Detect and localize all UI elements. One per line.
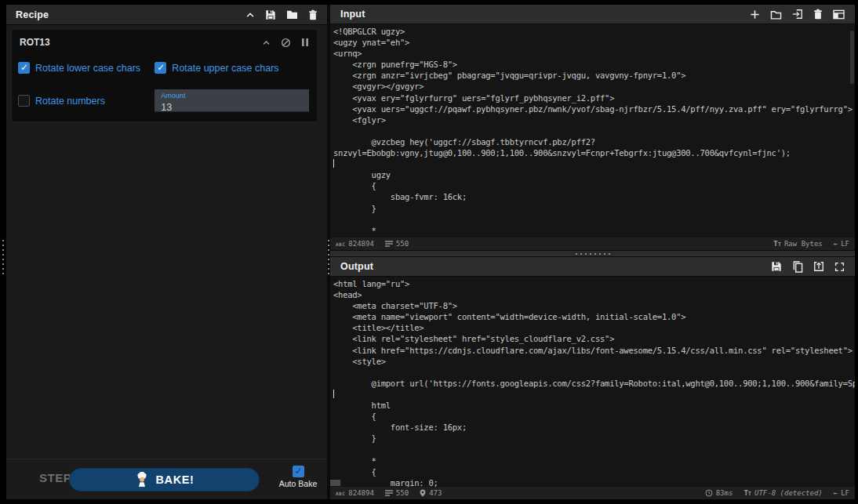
output-code-line: <link rel="stylesheet" href="styles_clou… — [333, 333, 855, 344]
input-encoding-selector[interactable]: TT Raw Bytes — [773, 240, 822, 248]
auto-bake-label: Auto Bake — [279, 479, 317, 488]
output-code-line: margin: 0; — [333, 477, 855, 487]
operations-splitter[interactable] — [2, 5, 5, 499]
add-input-tab-button[interactable] — [750, 9, 760, 20]
input-line-count: 550 — [385, 240, 409, 248]
output-horizontal-scrollbar[interactable] — [330, 480, 340, 486]
output-header: Output — [330, 257, 855, 277]
rotate-upper-checkbox[interactable] — [155, 62, 166, 74]
output-code-line: <html lang="ru"> — [333, 278, 855, 289]
folder-icon — [286, 9, 298, 20]
arrow-up-box-icon — [813, 261, 824, 272]
splitter-grip-icon — [328, 240, 329, 274]
io-splitter[interactable] — [330, 250, 855, 257]
input-code-line: <gvgyr></gvgyr> — [333, 81, 855, 92]
clear-recipe-button[interactable] — [308, 9, 318, 20]
collapse-recipe-button[interactable] — [245, 10, 255, 20]
auto-bake-checkbox[interactable] — [293, 466, 304, 477]
disable-operation-button[interactable] — [281, 38, 291, 48]
open-folder-button[interactable] — [770, 9, 782, 20]
input-code-line — [333, 158, 855, 169]
recipe-list: ROT13 — [6, 25, 327, 459]
reset-layout-button[interactable] — [833, 9, 845, 20]
circle-slash-icon — [281, 38, 291, 48]
output-code-line: { — [333, 411, 855, 422]
arg-rotate-upper[interactable]: Rotate upper case chars — [155, 62, 309, 74]
arg-rotate-lower[interactable]: Rotate lower case chars — [18, 62, 155, 74]
collapse-operation-button[interactable] — [262, 38, 271, 48]
output-code-line: } — [333, 433, 855, 444]
bake-button[interactable]: BAKE! — [69, 468, 260, 491]
auto-bake-control[interactable]: Auto Bake — [274, 466, 322, 488]
output-bake-time: 83ms — [705, 489, 733, 497]
arg-rotate-numbers[interactable]: Rotate numbers — [18, 95, 155, 107]
text-caret — [333, 390, 334, 398]
input-code-line: <yvax ery="fglyrfurrg" uers="fglyrf_pybh… — [333, 92, 855, 103]
recipe-title: Recipe — [16, 9, 245, 20]
output-editor[interactable]: <html lang="ru"><head> <meta charset="UT… — [330, 277, 855, 487]
splitter-grip-icon — [576, 253, 610, 255]
input-editor[interactable]: <!QBPGLCR ugzy><ugzy ynat="eh"><urnq> <z… — [330, 24, 855, 237]
copy-output-button[interactable] — [792, 261, 803, 273]
lines-icon — [385, 490, 393, 496]
output-code-line: <style> — [333, 356, 855, 367]
recipe-header: Recipe — [6, 5, 327, 25]
input-statusbar: ABC 824894 550 TT Raw Bytes ← LF — [330, 237, 855, 250]
output-code-line: html — [333, 400, 855, 411]
save-output-button[interactable] — [771, 261, 782, 272]
input-code-line: snzvyl=Ebobgb:vgny,jtug@0,100..900;1,100… — [333, 147, 855, 158]
input-code-line: <urnq> — [333, 48, 855, 59]
bake-label: BAKE! — [156, 473, 195, 486]
input-vertical-scrollbar[interactable] — [850, 31, 854, 84]
chevron-up-icon — [245, 10, 255, 20]
copy-icon — [792, 261, 803, 273]
recipe-controls: STEP BAKE! Auto Bake — [6, 459, 327, 499]
output-code-line: <link href="https://cdnjs.cloudflare.com… — [333, 345, 855, 356]
input-code-line: @vzcbeg hey('uggcf://sbagf.tbbtyrncvf.pb… — [333, 136, 855, 147]
maximise-output-button[interactable] — [834, 262, 845, 272]
output-encoding-selector[interactable]: TT UTF-8 (detected) — [743, 489, 822, 497]
char-count-icon: ABC — [336, 241, 345, 247]
save-recipe-button[interactable] — [265, 9, 276, 20]
eol-arrow-icon: ← — [834, 489, 838, 497]
input-code-line: <fglyr> — [333, 114, 855, 125]
output-code-line: { — [333, 466, 855, 477]
layout-icon — [833, 9, 845, 20]
input-header: Input — [330, 5, 855, 24]
rotate-lower-checkbox[interactable] — [18, 62, 30, 74]
operation-rot13[interactable]: ROT13 — [11, 29, 318, 122]
char-count-icon: ABC — [336, 491, 345, 496]
output-char-count: ABC 824894 — [336, 489, 374, 497]
rotate-numbers-checkbox[interactable] — [18, 95, 30, 107]
replace-input-button[interactable] — [813, 261, 824, 272]
output-code-line: font-size: 16px; — [333, 422, 855, 433]
lines-icon — [385, 241, 393, 247]
output-code-line — [333, 367, 855, 378]
trash-icon — [813, 9, 823, 20]
output-code-line: <meta charset="UTF-8"> — [333, 300, 855, 311]
rotate-numbers-label: Rotate numbers — [35, 96, 105, 107]
output-cursor-position: 473 — [420, 489, 442, 497]
input-code-line: <yvax uers="uggcf://pqawf.pybhqsyner.pbz… — [333, 103, 855, 114]
clear-io-button[interactable] — [813, 9, 823, 20]
open-file-button[interactable] — [792, 9, 803, 20]
rotate-upper-label: Rotate upper case chars — [172, 63, 278, 74]
maximise-icon — [834, 262, 845, 272]
splitter-grip-icon — [2, 240, 4, 274]
recipe-panel: Recipe ROT13 — [6, 5, 327, 499]
clock-icon — [705, 489, 713, 497]
breakpoint-button[interactable] — [301, 38, 309, 48]
input-code-line: ugzy — [333, 169, 855, 180]
amount-field[interactable]: Amount — [155, 89, 309, 112]
cyberchef-window: Recipe ROT13 — [0, 0, 858, 504]
amount-input[interactable] — [161, 102, 303, 113]
location-pin-icon — [420, 489, 426, 497]
input-char-count: ABC 824894 — [336, 240, 374, 248]
output-eol-selector[interactable]: ← LF — [834, 489, 849, 497]
load-recipe-button[interactable] — [286, 9, 298, 20]
input-eol-selector[interactable]: ← LF — [834, 240, 849, 248]
output-line-count: 550 — [385, 489, 409, 497]
input-code-line: sbag-fvmr: 16ck; — [333, 191, 855, 202]
io-column: Input — [330, 5, 855, 499]
open-input-icon — [792, 9, 803, 20]
